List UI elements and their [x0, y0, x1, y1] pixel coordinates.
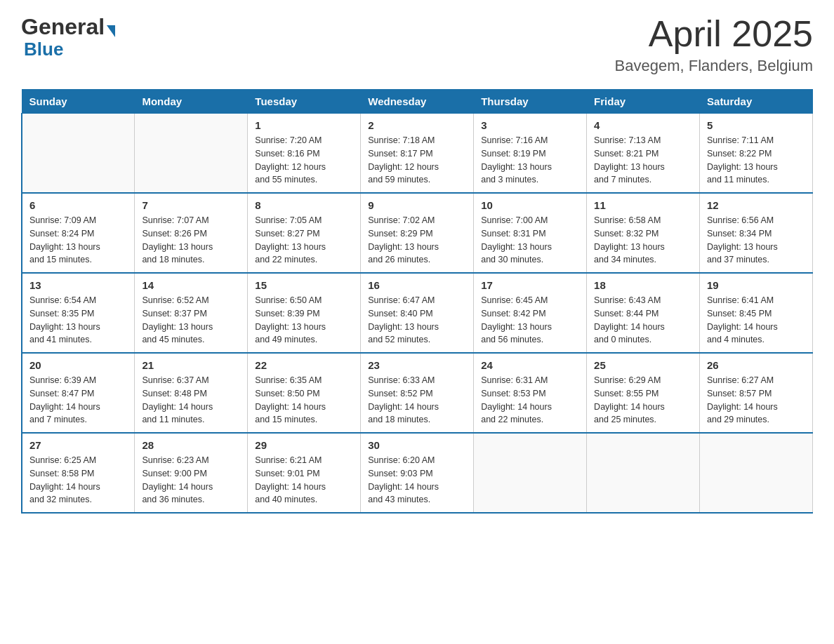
logo-mark: General — [21, 14, 115, 40]
day-number: 24 — [481, 359, 579, 371]
day-number: 23 — [368, 359, 466, 371]
day-info: Sunrise: 6:58 AM Sunset: 8:32 PM Dayligh… — [594, 214, 692, 267]
calendar-cell: 5Sunrise: 7:11 AM Sunset: 8:22 PM Daylig… — [700, 114, 813, 194]
day-info: Sunrise: 7:09 AM Sunset: 8:24 PM Dayligh… — [29, 214, 127, 267]
calendar-title-area: April 2025 Bavegem, Flanders, Belgium — [615, 14, 813, 75]
day-number: 20 — [29, 359, 127, 371]
header-thursday: Thursday — [474, 90, 587, 114]
header-monday: Monday — [135, 90, 248, 114]
calendar-cell: 24Sunrise: 6:31 AM Sunset: 8:53 PM Dayli… — [474, 353, 587, 433]
day-number: 6 — [29, 199, 127, 211]
day-number: 9 — [368, 199, 466, 211]
day-info: Sunrise: 6:21 AM Sunset: 9:01 PM Dayligh… — [255, 454, 353, 507]
day-info: Sunrise: 6:47 AM Sunset: 8:40 PM Dayligh… — [368, 294, 466, 347]
day-number: 21 — [142, 359, 240, 371]
logo-triangle-icon — [107, 25, 115, 37]
calendar-cell: 20Sunrise: 6:39 AM Sunset: 8:47 PM Dayli… — [22, 353, 135, 433]
calendar-cell: 27Sunrise: 6:25 AM Sunset: 8:58 PM Dayli… — [22, 433, 135, 513]
day-number: 13 — [29, 279, 127, 291]
day-number: 12 — [707, 199, 805, 211]
calendar-cell: 12Sunrise: 6:56 AM Sunset: 8:34 PM Dayli… — [700, 193, 813, 273]
day-info: Sunrise: 6:52 AM Sunset: 8:37 PM Dayligh… — [142, 294, 240, 347]
day-number: 8 — [255, 199, 353, 211]
day-info: Sunrise: 7:07 AM Sunset: 8:26 PM Dayligh… — [142, 214, 240, 267]
calendar-cell: 6Sunrise: 7:09 AM Sunset: 8:24 PM Daylig… — [22, 193, 135, 273]
day-number: 30 — [368, 439, 466, 451]
calendar-cell — [700, 433, 813, 513]
day-number: 17 — [481, 279, 579, 291]
day-info: Sunrise: 7:02 AM Sunset: 8:29 PM Dayligh… — [368, 214, 466, 267]
day-info: Sunrise: 7:00 AM Sunset: 8:31 PM Dayligh… — [481, 214, 579, 267]
calendar-cell: 17Sunrise: 6:45 AM Sunset: 8:42 PM Dayli… — [474, 273, 587, 353]
calendar-cell: 11Sunrise: 6:58 AM Sunset: 8:32 PM Dayli… — [587, 193, 700, 273]
calendar-header-row: SundayMondayTuesdayWednesdayThursdayFrid… — [22, 90, 813, 114]
day-info: Sunrise: 6:31 AM Sunset: 8:53 PM Dayligh… — [481, 374, 579, 427]
calendar-cell: 10Sunrise: 7:00 AM Sunset: 8:31 PM Dayli… — [474, 193, 587, 273]
calendar-cell: 29Sunrise: 6:21 AM Sunset: 9:01 PM Dayli… — [248, 433, 361, 513]
day-number: 3 — [481, 119, 579, 131]
day-info: Sunrise: 6:41 AM Sunset: 8:45 PM Dayligh… — [707, 294, 805, 347]
header-tuesday: Tuesday — [248, 90, 361, 114]
calendar-week-row: 20Sunrise: 6:39 AM Sunset: 8:47 PM Dayli… — [22, 353, 813, 433]
day-number: 27 — [29, 439, 127, 451]
calendar-cell: 9Sunrise: 7:02 AM Sunset: 8:29 PM Daylig… — [361, 193, 474, 273]
day-info: Sunrise: 6:43 AM Sunset: 8:44 PM Dayligh… — [594, 294, 692, 347]
month-year-title: April 2025 — [615, 14, 813, 54]
day-info: Sunrise: 7:05 AM Sunset: 8:27 PM Dayligh… — [255, 214, 353, 267]
calendar-cell: 21Sunrise: 6:37 AM Sunset: 8:48 PM Dayli… — [135, 353, 248, 433]
calendar-cell: 4Sunrise: 7:13 AM Sunset: 8:21 PM Daylig… — [587, 114, 700, 194]
day-info: Sunrise: 6:39 AM Sunset: 8:47 PM Dayligh… — [29, 374, 127, 427]
calendar-week-row: 27Sunrise: 6:25 AM Sunset: 8:58 PM Dayli… — [22, 433, 813, 513]
calendar-cell: 13Sunrise: 6:54 AM Sunset: 8:35 PM Dayli… — [22, 273, 135, 353]
day-number: 18 — [594, 279, 692, 291]
calendar-cell: 19Sunrise: 6:41 AM Sunset: 8:45 PM Dayli… — [700, 273, 813, 353]
day-number: 7 — [142, 199, 240, 211]
day-info: Sunrise: 6:35 AM Sunset: 8:50 PM Dayligh… — [255, 374, 353, 427]
calendar-cell: 22Sunrise: 6:35 AM Sunset: 8:50 PM Dayli… — [248, 353, 361, 433]
day-info: Sunrise: 7:16 AM Sunset: 8:19 PM Dayligh… — [481, 134, 579, 187]
day-info: Sunrise: 6:37 AM Sunset: 8:48 PM Dayligh… — [142, 374, 240, 427]
day-number: 16 — [368, 279, 466, 291]
calendar-cell: 14Sunrise: 6:52 AM Sunset: 8:37 PM Dayli… — [135, 273, 248, 353]
day-info: Sunrise: 6:25 AM Sunset: 8:58 PM Dayligh… — [29, 454, 127, 507]
calendar-cell: 26Sunrise: 6:27 AM Sunset: 8:57 PM Dayli… — [700, 353, 813, 433]
calendar-cell: 8Sunrise: 7:05 AM Sunset: 8:27 PM Daylig… — [248, 193, 361, 273]
logo-general: General — [21, 14, 105, 39]
day-number: 11 — [594, 199, 692, 211]
day-info: Sunrise: 6:54 AM Sunset: 8:35 PM Dayligh… — [29, 294, 127, 347]
calendar-week-row: 13Sunrise: 6:54 AM Sunset: 8:35 PM Dayli… — [22, 273, 813, 353]
day-number: 29 — [255, 439, 353, 451]
calendar-cell: 7Sunrise: 7:07 AM Sunset: 8:26 PM Daylig… — [135, 193, 248, 273]
calendar-cell: 30Sunrise: 6:20 AM Sunset: 9:03 PM Dayli… — [361, 433, 474, 513]
day-number: 19 — [707, 279, 805, 291]
day-info: Sunrise: 6:23 AM Sunset: 9:00 PM Dayligh… — [142, 454, 240, 507]
calendar-cell — [474, 433, 587, 513]
day-info: Sunrise: 6:45 AM Sunset: 8:42 PM Dayligh… — [481, 294, 579, 347]
header-wednesday: Wednesday — [361, 90, 474, 114]
header-saturday: Saturday — [700, 90, 813, 114]
calendar-week-row: 1Sunrise: 7:20 AM Sunset: 8:16 PM Daylig… — [22, 114, 813, 194]
page-header: General Blue April 2025 Bavegem, Flander… — [21, 14, 813, 75]
calendar-cell: 25Sunrise: 6:29 AM Sunset: 8:55 PM Dayli… — [587, 353, 700, 433]
day-number: 28 — [142, 439, 240, 451]
day-number: 1 — [255, 119, 353, 131]
day-info: Sunrise: 6:50 AM Sunset: 8:39 PM Dayligh… — [255, 294, 353, 347]
calendar-cell: 23Sunrise: 6:33 AM Sunset: 8:52 PM Dayli… — [361, 353, 474, 433]
calendar-cell: 3Sunrise: 7:16 AM Sunset: 8:19 PM Daylig… — [474, 114, 587, 194]
day-number: 10 — [481, 199, 579, 211]
day-number: 4 — [594, 119, 692, 131]
day-info: Sunrise: 7:11 AM Sunset: 8:22 PM Dayligh… — [707, 134, 805, 187]
calendar-week-row: 6Sunrise: 7:09 AM Sunset: 8:24 PM Daylig… — [22, 193, 813, 273]
day-number: 14 — [142, 279, 240, 291]
calendar-cell: 18Sunrise: 6:43 AM Sunset: 8:44 PM Dayli… — [587, 273, 700, 353]
calendar-cell: 16Sunrise: 6:47 AM Sunset: 8:40 PM Dayli… — [361, 273, 474, 353]
day-number: 5 — [707, 119, 805, 131]
calendar-cell — [22, 114, 135, 194]
day-number: 22 — [255, 359, 353, 371]
calendar-cell — [587, 433, 700, 513]
calendar-cell: 2Sunrise: 7:18 AM Sunset: 8:17 PM Daylig… — [361, 114, 474, 194]
day-number: 25 — [594, 359, 692, 371]
calendar-table: SundayMondayTuesdayWednesdayThursdayFrid… — [21, 89, 813, 514]
logo: General Blue — [21, 14, 115, 60]
day-info: Sunrise: 6:27 AM Sunset: 8:57 PM Dayligh… — [707, 374, 805, 427]
